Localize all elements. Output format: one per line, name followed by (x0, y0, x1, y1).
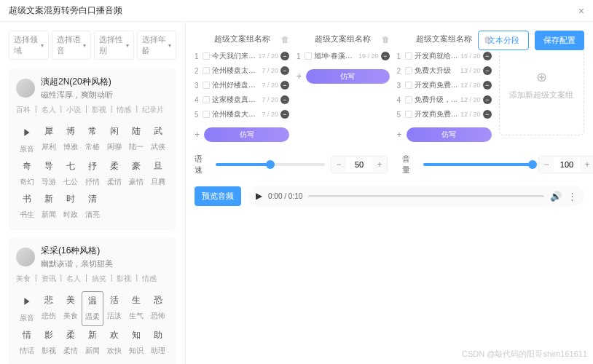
save-button[interactable]: 保存配置 (535, 31, 584, 50)
style-option[interactable]: 柔柔情 (60, 326, 82, 359)
volume-icon[interactable]: 🔊 (550, 191, 562, 202)
checkbox[interactable] (203, 67, 210, 74)
style-option[interactable]: 悲悲伤 (38, 291, 60, 326)
style-option[interactable]: 书书生 (16, 190, 38, 223)
checkbox[interactable] (203, 111, 210, 118)
style-option[interactable]: 新新闻 (82, 326, 103, 359)
close-icon[interactable]: × (578, 5, 584, 17)
style-option[interactable]: 欢欢快 (103, 326, 125, 359)
copy-row[interactable]: 5开发商免费大升12 / 20− (397, 107, 492, 122)
play-icon[interactable]: ▶ (256, 191, 262, 201)
filter-select[interactable]: 选择语音▾ (52, 31, 92, 60)
copy-row[interactable]: 3开发商免费升级，12 / 20− (397, 78, 492, 92)
trash-icon[interactable]: 🗑 (484, 35, 492, 44)
style-option[interactable]: 抒抒情 (82, 157, 103, 190)
copy-row[interactable]: 2沧州楼盘太惨啦7 / 20− (195, 63, 289, 78)
style-option[interactable]: 七七公 (60, 157, 82, 190)
volume-stepper[interactable]: −+ (538, 156, 593, 173)
style-option[interactable]: 生生气 (125, 291, 147, 326)
style-option[interactable]: 陆陆一 (125, 122, 147, 157)
remove-icon[interactable]: − (280, 81, 289, 90)
copy-row[interactable]: 2免费大升级13 / 20− (397, 63, 492, 78)
chevron-down-icon: ▾ (126, 42, 129, 49)
avatar (16, 79, 35, 98)
style-option[interactable]: 知知识 (125, 326, 147, 359)
speed-slider[interactable] (216, 163, 325, 166)
filter-select[interactable]: 选择领域▾ (9, 31, 49, 60)
play-icon[interactable] (20, 294, 34, 309)
trash-icon[interactable]: 🗑 (281, 35, 289, 44)
imitate-button[interactable]: 仿写 (306, 69, 390, 84)
audio-player[interactable]: ▶ 0:00 / 0:10 🔊 ⋮ (248, 186, 584, 206)
speed-label: 语速 (195, 154, 210, 175)
remove-icon[interactable]: − (280, 66, 289, 75)
checkbox[interactable] (405, 67, 412, 74)
voice-card: 演超2N(20种风格)磁性浑厚，爽朗动听百科 | 名人 | 小说 | 影视 | … (9, 68, 176, 230)
checkbox[interactable] (203, 96, 210, 103)
copy-row[interactable]: 1今天我们来看一波17 / 20− (195, 49, 289, 63)
imitate-button[interactable]: 仿写 (407, 127, 492, 142)
style-option[interactable]: 导导游 (38, 157, 60, 190)
remove-icon[interactable]: − (381, 52, 390, 60)
style-option[interactable]: 博博雅 (60, 122, 82, 157)
copy-row[interactable]: 4免费升级，开发12 / 20− (397, 92, 492, 107)
style-option[interactable]: 犀犀利 (38, 122, 60, 157)
add-row-button[interactable]: + (296, 71, 302, 82)
style-option[interactable]: 豪豪情 (125, 157, 147, 190)
style-option[interactable]: 影影视 (38, 326, 60, 359)
style-option[interactable]: 时时政 (60, 190, 82, 223)
checkbox[interactable] (405, 82, 412, 89)
remove-icon[interactable]: − (483, 110, 492, 119)
style-option[interactable]: 新新闻 (38, 190, 60, 223)
copy-row[interactable]: 3沧州好楼盘推荐7 / 20− (195, 78, 289, 92)
style-option[interactable]: 温温柔 (82, 291, 103, 326)
style-option[interactable]: 柔柔情 (103, 157, 125, 190)
audio-track[interactable] (308, 195, 544, 197)
filter-select[interactable]: 选择年龄▾ (137, 31, 177, 60)
checkbox[interactable] (203, 52, 210, 60)
more-icon[interactable]: ⋮ (568, 191, 577, 202)
style-option[interactable]: 旦旦腾 (147, 157, 169, 190)
filter-select[interactable]: 选择性别▾ (94, 31, 134, 60)
remove-icon[interactable]: − (280, 52, 289, 60)
style-option[interactable]: 美美食 (60, 291, 82, 326)
style-option[interactable]: 奇奇幻 (16, 157, 38, 190)
remove-icon[interactable]: − (483, 95, 492, 104)
style-option[interactable]: 活活泼 (103, 291, 125, 326)
copy-row[interactable]: 1旭坤·春溪晓月，f19 / 20− (296, 49, 390, 63)
remove-icon[interactable]: − (280, 110, 289, 119)
checkbox[interactable] (203, 82, 210, 89)
style-option[interactable]: 闲闲聊 (103, 122, 125, 157)
play-icon[interactable] (20, 125, 34, 140)
remove-icon[interactable]: − (483, 52, 492, 60)
speed-stepper[interactable]: −+ (331, 156, 388, 173)
style-option[interactable]: 助助理 (147, 326, 169, 359)
style-option[interactable]: 武武侠 (147, 122, 169, 157)
volume-slider[interactable] (423, 163, 533, 166)
style-option[interactable]: 恐恐怖 (147, 291, 169, 326)
style-option[interactable]: 情情话 (16, 326, 38, 359)
style-option[interactable]: 清清亮 (82, 190, 103, 223)
copy-row[interactable]: 1开发商就给来了一15 / 20− (397, 49, 492, 63)
trash-icon[interactable]: 🗑 (382, 35, 390, 44)
preview-button[interactable]: 预览音频 (195, 186, 241, 206)
style-option[interactable]: 原音 (16, 291, 38, 326)
copy-row[interactable]: 4这家楼盘真不错7 / 20− (195, 92, 289, 107)
checkbox[interactable] (405, 52, 412, 60)
remove-icon[interactable]: − (483, 81, 492, 90)
voice-card: 采采(16种风格)幽默诙谐，亲切甜美美食 | 资讯 | 名人 | 搞笑 | 影视… (9, 237, 176, 364)
style-option[interactable]: 常常椿 (82, 122, 103, 157)
style-option[interactable]: 原音 (16, 122, 38, 157)
add-row-button[interactable]: + (195, 130, 200, 140)
remove-icon[interactable]: − (483, 66, 492, 75)
checkbox[interactable] (305, 52, 312, 60)
add-row-button[interactable]: + (397, 130, 402, 140)
voice-desc: 磁性浑厚，爽朗动听 (41, 90, 113, 100)
copy-row[interactable]: 5沧州楼盘大揭秘7 / 20− (195, 107, 289, 122)
config-panel: 文本分段 保存配置 超级文案组名称🗑1今天我们来看一波17 / 20−2沧州楼盘… (186, 22, 593, 364)
chevron-down-icon: ▾ (41, 42, 44, 49)
remove-icon[interactable]: − (280, 95, 289, 104)
checkbox[interactable] (405, 111, 412, 118)
checkbox[interactable] (405, 96, 412, 103)
imitate-button[interactable]: 仿写 (204, 127, 289, 142)
